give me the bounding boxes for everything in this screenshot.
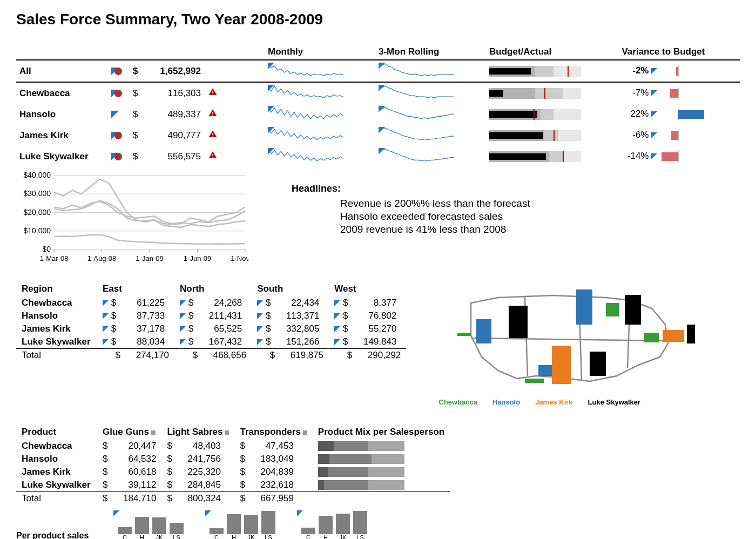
svg-text:1-Nov-09: 1-Nov-09 xyxy=(231,254,248,262)
summary-row: Luke Skywalker $556,575 -14% xyxy=(16,146,740,167)
product-col-3: Transponders xyxy=(240,427,300,437)
product-row: Hansolo$64,532$241,756$183,049 xyxy=(16,453,450,466)
svg-text:$40,000: $40,000 xyxy=(23,171,51,179)
region-row: Hansolo $87,733 $211,431 $113,371 $76,80… xyxy=(16,309,406,322)
region-row: Chewbacca $61,225 $24,268 $22,434 $8,377 xyxy=(16,297,406,309)
per-product-chart: CHJKLS xyxy=(113,510,189,539)
headline-1: Revenue is 200%% less than the forecast xyxy=(340,198,530,210)
region-table: Region East North South West Chewbacca $… xyxy=(16,281,406,362)
col-variance: Variance to Budget xyxy=(618,44,740,60)
svg-text:1-Jun-09: 1-Jun-09 xyxy=(184,254,211,262)
alert-icon xyxy=(208,130,217,141)
region-map: ChewbaccaHansoloJames KirkLuke Skywalker xyxy=(438,281,698,406)
alert-icon xyxy=(208,87,217,99)
product-row: James Kirk$60,618$225,320$204,839 xyxy=(16,466,450,479)
trend-line-chart: $0$10,000$20,000$30,000$40,0001-Mar-081-… xyxy=(16,171,248,263)
svg-rect-30 xyxy=(457,333,471,336)
region-col-south: South xyxy=(252,281,329,297)
summary-row: Hansolo $489,337 22% xyxy=(16,104,740,125)
region-row: James Kirk $37,178 $65,525 $332,805 $55,… xyxy=(16,322,406,335)
bullet-chart xyxy=(489,130,581,141)
summary-table: Monthly 3-Mon Rolling Budget/Actual Vari… xyxy=(16,44,740,167)
region-title: Region xyxy=(16,281,97,297)
svg-rect-38 xyxy=(590,352,606,376)
svg-rect-39 xyxy=(625,295,641,325)
region-col-east: East xyxy=(97,281,174,297)
svg-text:1-Jan-09: 1-Jan-09 xyxy=(136,254,163,262)
svg-text:$30,000: $30,000 xyxy=(23,189,51,198)
svg-text:$10,000: $10,000 xyxy=(23,226,51,235)
svg-rect-41 xyxy=(663,330,684,342)
region-total: Total $274,170 $468,656 $619,875 $290,29… xyxy=(16,349,406,362)
legend-item: Chewbacca xyxy=(438,398,477,406)
legend-item: Hansolo xyxy=(492,398,520,406)
svg-rect-35 xyxy=(525,379,544,383)
legend-item: Luke Skywalker xyxy=(588,398,641,406)
product-col-2: Light Sabres xyxy=(167,427,222,437)
svg-rect-34 xyxy=(538,365,552,376)
svg-rect-36 xyxy=(576,289,592,325)
mix-bar xyxy=(318,454,404,464)
per-product-label: Per product sales xyxy=(16,531,97,539)
bullet-chart xyxy=(489,109,581,120)
product-mix-title: Product Mix per Salesperson xyxy=(313,425,450,440)
bullet-chart xyxy=(489,66,581,77)
bullet-chart xyxy=(489,151,581,162)
headlines-title: Headlines: xyxy=(292,183,530,194)
headline-2: Hansolo exceeded forecasted sales xyxy=(340,211,530,223)
alert-icon xyxy=(208,151,217,162)
svg-text:$20,000: $20,000 xyxy=(23,208,51,217)
svg-marker-1 xyxy=(379,63,385,69)
region-col-north: North xyxy=(174,281,252,297)
summary-row: James Kirk $490,777 -6% xyxy=(16,125,740,146)
page-title: Sales Force Summary, Two Year 2008-2009 xyxy=(16,11,740,28)
svg-rect-33 xyxy=(552,346,571,384)
product-total: Total$184,710$800,324$667,959 xyxy=(16,492,450,506)
product-row: Chewbacca$20,447$48,403$47,453 xyxy=(16,440,450,453)
alert-icon xyxy=(208,109,217,120)
mix-bar xyxy=(318,467,404,477)
svg-text:$0: $0 xyxy=(42,245,51,253)
per-product-chart: CHJKLS xyxy=(205,510,281,539)
product-col-1: Glue Guns xyxy=(103,427,149,437)
product-row: Luke Skywalker$39,112$284,845$232,618 xyxy=(16,479,450,492)
mix-bar xyxy=(318,441,404,451)
headlines-block: Headlines: Revenue is 200%% less than th… xyxy=(292,183,530,237)
summary-row: Chewbacca $116,303 -7% xyxy=(16,82,740,104)
headline-3: 2009 revenue is 41% less than 2008 xyxy=(340,224,530,235)
bullet-chart xyxy=(489,88,581,99)
svg-rect-37 xyxy=(606,303,619,316)
summary-row: All $1,652,992 -2% xyxy=(16,60,740,82)
region-row: Luke Skywalker $88,034 $167,432 $151,266… xyxy=(16,335,406,349)
svg-rect-32 xyxy=(509,306,528,338)
region-col-west: West xyxy=(329,281,406,297)
svg-rect-40 xyxy=(644,333,659,342)
col-budget: Budget/Actual xyxy=(486,44,618,60)
product-table: Product Glue Guns Light Sabres Transpond… xyxy=(16,425,450,505)
col-monthly: Monthly xyxy=(265,44,375,60)
col-rolling: 3-Mon Rolling xyxy=(375,44,486,60)
mix-bar xyxy=(318,480,404,490)
product-title: Product xyxy=(16,425,97,440)
per-product-chart: CHJKLS xyxy=(297,510,373,539)
svg-text:1-Mar-08: 1-Mar-08 xyxy=(40,254,69,262)
svg-rect-42 xyxy=(687,325,695,343)
map-legend: ChewbaccaHansoloJames KirkLuke Skywalker xyxy=(438,398,698,406)
svg-text:1-Aug-08: 1-Aug-08 xyxy=(87,254,116,262)
legend-item: James Kirk xyxy=(535,398,572,406)
svg-rect-31 xyxy=(476,319,491,343)
